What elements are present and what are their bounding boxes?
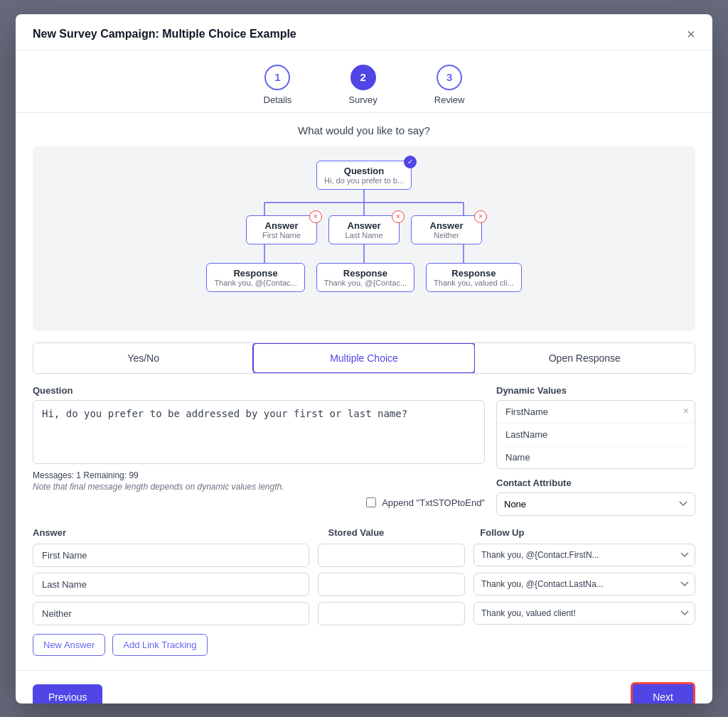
append-row: Append "TxtSTOPtoEnd" — [33, 497, 485, 508]
question-node[interactable]: Question Hi, do you prefer to b... ✓ — [316, 161, 412, 190]
remove-1-icon[interactable]: × — [309, 210, 322, 223]
answer-1-node[interactable]: Answer First Name × — [246, 215, 317, 244]
response-2-node[interactable]: Response Thank you, @{Contac... — [316, 263, 414, 292]
modal-body: What would you like to say? Question Hi,… — [16, 113, 712, 670]
append-checkbox[interactable] — [366, 497, 376, 507]
dynamic-item-lastname[interactable]: LastName — [497, 424, 695, 446]
answer-row-2: Thank you, @{Contact.LastNa... — [33, 573, 695, 596]
step-1-circle[interactable]: 1 — [264, 65, 290, 90]
step-survey: 2 Survey — [348, 65, 377, 105]
followup-select-3[interactable]: Thank you, valued client! — [473, 602, 695, 625]
answer-3-title: Answer — [419, 220, 474, 231]
modal-title: New Survey Campaign: Multiple Choice Exa… — [33, 28, 296, 41]
flow-tree: Question Hi, do you prefer to b... ✓ — [151, 161, 577, 292]
answer-input-3[interactable] — [33, 602, 309, 625]
response-3-title: Response — [434, 268, 514, 279]
followup-select-2[interactable]: Thank you, @{Contact.LastNa... — [473, 573, 695, 595]
form-right: Dynamic Values × FirstName LastName Name… — [496, 385, 695, 516]
messages-note: Note that final message length depends o… — [33, 482, 485, 492]
tab-open-response[interactable]: Open Response — [475, 343, 695, 373]
step-1-label: Details — [264, 95, 292, 105]
response-2-title: Response — [324, 268, 407, 279]
contact-attr-select[interactable]: None — [496, 492, 695, 516]
dynamic-item-firstname[interactable]: FirstName — [497, 401, 695, 424]
dynamic-item-name[interactable]: Name — [497, 446, 695, 468]
answer-section: Answer Stored Value Follow Up Thank you,… — [33, 527, 695, 656]
steps-bar: 1 Details 2 Survey 3 Review — [16, 50, 712, 113]
followup-select-1[interactable]: Thank you, @{Contact.FirstN... — [473, 544, 695, 566]
contact-attr-label: Contact Attribute — [496, 478, 695, 488]
add-link-button[interactable]: Add Link Tracking — [112, 634, 207, 656]
dynamic-close-icon[interactable]: × — [683, 405, 689, 416]
question-node-wrapper: Question Hi, do you prefer to b... ✓ — [316, 161, 412, 190]
close-button[interactable]: × — [687, 27, 695, 41]
col-label-followup: Follow Up — [480, 527, 695, 538]
stored-input-1[interactable] — [318, 544, 465, 567]
messages-info: Messages: 1 Remaining: 99 — [33, 470, 485, 480]
response-2-sub: Thank you, @{Contac... — [324, 279, 407, 287]
tab-multiple-choice[interactable]: Multiple Choice — [252, 343, 475, 374]
response-3-node[interactable]: Response Thank you, valued cli... — [426, 263, 522, 292]
answer-3-node[interactable]: Answer Neither × — [411, 215, 482, 244]
response-branch-lines — [151, 244, 577, 263]
step-3-circle[interactable]: 3 — [437, 65, 462, 90]
append-label: Append "TxtSTOPtoEnd" — [382, 497, 485, 508]
answer-row-3: Thank you, valued client! — [33, 602, 695, 625]
answer-1-title: Answer — [254, 220, 309, 231]
question-node-title: Question — [324, 166, 404, 176]
col-label-answer: Answer — [33, 527, 320, 538]
flow-answers-level: Answer First Name × Answer Last Name × — [151, 215, 577, 244]
col-label-stored: Stored Value — [328, 527, 472, 538]
section-title: What would you like to say? — [33, 124, 695, 136]
modal-container: New Survey Campaign: Multiple Choice Exa… — [16, 14, 712, 703]
stored-input-3[interactable] — [318, 602, 465, 625]
step-3-label: Review — [434, 95, 465, 105]
step-2-label: Survey — [348, 95, 377, 105]
flow-responses-level: Response Thank you, @{Contac... Response… — [151, 263, 577, 292]
dynamic-values-box: × FirstName LastName Name — [496, 400, 695, 469]
next-button[interactable]: Next — [631, 682, 695, 703]
response-3-sub: Thank you, valued cli... — [434, 279, 514, 287]
step-details: 1 Details — [264, 65, 292, 105]
backdrop: New Survey Campaign: Multiple Choice Exa… — [0, 0, 728, 717]
answer-input-2[interactable] — [33, 573, 309, 596]
modal-footer: Previous Next — [16, 670, 712, 703]
new-answer-button[interactable]: New Answer — [33, 634, 105, 656]
response-3-wrapper: Response Thank you, valued cli... — [426, 263, 522, 292]
question-node-sub: Hi, do you prefer to b... — [324, 176, 404, 185]
answer-2-title: Answer — [336, 220, 392, 231]
action-buttons: New Answer Add Link Tracking — [33, 634, 695, 656]
form-row: Question Hi, do you prefer to be address… — [33, 385, 695, 516]
flow-question-level: Question Hi, do you prefer to b... ✓ — [151, 161, 577, 190]
previous-button[interactable]: Previous — [33, 684, 102, 703]
answer-3-wrapper: Answer Neither × — [411, 215, 482, 244]
branch-lines — [151, 190, 577, 215]
dynamic-values-label: Dynamic Values — [496, 385, 695, 396]
question-label: Question — [33, 385, 485, 396]
response-1-title: Response — [214, 268, 296, 279]
response-1-sub: Thank you, @{Contac... — [214, 279, 296, 287]
response-1-wrapper: Response Thank you, @{Contac... — [206, 263, 304, 292]
tab-yes-no[interactable]: Yes/No — [33, 343, 253, 373]
answer-1-wrapper: Answer First Name × — [246, 215, 317, 244]
answer-1-sub: First Name — [254, 231, 309, 239]
check-badge-icon: ✓ — [404, 156, 417, 168]
response-1-node[interactable]: Response Thank you, @{Contac... — [206, 263, 304, 292]
answer-2-wrapper: Answer Last Name × — [328, 215, 400, 244]
stored-input-2[interactable] — [318, 573, 465, 596]
step-review: 3 Review — [434, 65, 465, 105]
step-2-circle[interactable]: 2 — [350, 65, 376, 90]
answer-2-sub: Last Name — [336, 231, 392, 239]
form-left: Question Hi, do you prefer to be address… — [33, 385, 485, 508]
remove-2-icon[interactable]: × — [392, 210, 405, 223]
flow-diagram: Question Hi, do you prefer to b... ✓ — [33, 146, 695, 331]
answer-row-1: Thank you, @{Contact.FirstN... — [33, 544, 695, 567]
response-branch-svg — [193, 244, 535, 263]
remove-3-icon[interactable]: × — [474, 210, 487, 223]
response-2-wrapper: Response Thank you, @{Contac... — [316, 263, 414, 292]
question-textarea[interactable]: Hi, do you prefer to be addressed by you… — [33, 400, 485, 464]
answer-2-node[interactable]: Answer Last Name × — [328, 215, 400, 244]
answer-input-1[interactable] — [33, 544, 309, 567]
answer-3-sub: Neither — [419, 231, 474, 239]
answer-header-row: Answer Stored Value Follow Up — [33, 527, 695, 538]
